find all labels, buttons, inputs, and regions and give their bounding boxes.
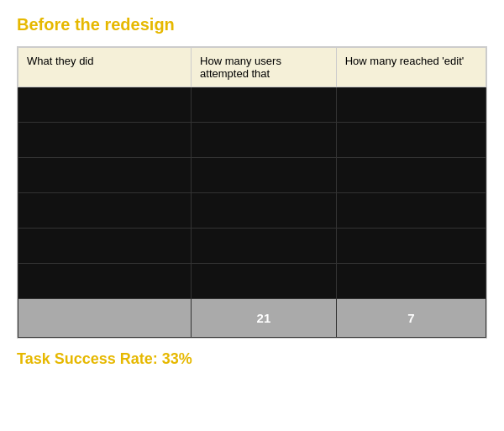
col-header-3: How many reached 'edit': [336, 48, 486, 87]
cell-col2: [192, 123, 337, 158]
table-row: [18, 123, 486, 158]
page-title: Before the redesign: [17, 15, 487, 34]
cell-col2: [192, 229, 337, 264]
col-header-1: What they did: [18, 48, 192, 87]
table-row: [18, 193, 486, 229]
cell-col3: [336, 193, 486, 229]
col-header-2: How many users attempted that: [192, 48, 337, 87]
task-success-rate: Task Success Rate: 33%: [17, 350, 487, 368]
cell-col2: [192, 158, 337, 193]
summary-col3: 7: [336, 299, 486, 338]
table-row: [18, 229, 486, 264]
data-table: What they did How many users attempted t…: [17, 46, 487, 339]
table-row: [18, 264, 486, 299]
cell-col1: [18, 229, 192, 264]
cell-col3: [336, 123, 486, 158]
cell-col2: [192, 193, 337, 229]
summary-col1: [18, 299, 192, 338]
summary-row: 217: [18, 299, 486, 338]
cell-col3: [336, 87, 486, 123]
cell-col1: [18, 87, 192, 123]
table-row: [18, 87, 486, 123]
cell-col1: [18, 123, 192, 158]
cell-col3: [336, 158, 486, 193]
table-row: [18, 158, 486, 193]
summary-col2: 21: [192, 299, 337, 338]
cell-col2: [192, 264, 337, 299]
cell-col1: [18, 193, 192, 229]
cell-col1: [18, 158, 192, 193]
cell-col2: [192, 87, 337, 123]
cell-col1: [18, 264, 192, 299]
cell-col3: [336, 229, 486, 264]
cell-col3: [336, 264, 486, 299]
